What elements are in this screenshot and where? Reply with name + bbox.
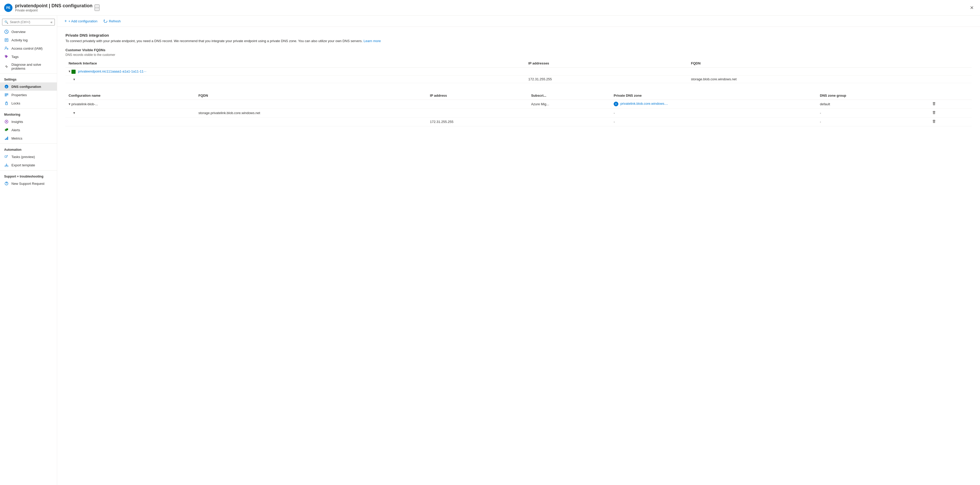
sidebar-label-overview: Overview [11,30,25,34]
dns-group-child-cell: - [817,108,928,117]
config-table-section: Configuration name FQDN IP address Subsc… [65,91,972,126]
metrics-icon [4,136,9,140]
table-row: ▾ 172.31.255.255 storage.blob.core.windo… [65,75,972,83]
sidebar-item-metrics[interactable]: Metrics [0,134,57,142]
private-dns-zone-grandchild-cell: - [611,117,817,126]
sidebar-item-iam[interactable]: Access control (IAM) [0,44,57,53]
fqdn-value-cell: storage.blob.core.windows.net [688,75,972,83]
table-row: ▾ storage.privatelink.blob.core.windows.… [65,108,972,117]
col-network-interface: Network Interface [65,59,525,68]
sidebar-item-export-template[interactable]: Export template [0,161,57,169]
svg-text:D: D [6,86,7,88]
add-icon: + [64,19,67,23]
col-fqdn: FQDN [196,91,427,100]
delete-row-button[interactable] [931,101,937,107]
delete-child-row-button[interactable] [931,110,937,116]
dns-zone-group-cell: default [817,99,928,108]
dns-integration-title: Private DNS integration [65,33,972,37]
svg-rect-16 [5,96,7,96]
content-area: + + Add configuration Refresh Private DN… [57,16,980,485]
activity-log-icon [4,38,9,42]
close-button[interactable]: ✕ [968,4,976,12]
col-dns-zone-group: DNS zone group [817,91,928,100]
config-table: Configuration name FQDN IP address Subsc… [65,91,972,126]
ip-addresses-cell [525,68,688,76]
ip-grandchild-cell: 172.31.255.255 [427,117,528,126]
fqdn-cell [688,68,972,76]
expand-child-button[interactable]: ▾ [73,111,75,115]
title-text: privatendpoint | DNS configuration Priva… [15,3,92,12]
svg-rect-14 [5,94,8,94]
dns-icon: D [4,84,9,89]
svg-rect-22 [5,139,6,140]
svg-rect-25 [5,156,7,158]
fqdn-grandchild-cell [196,117,427,126]
dns-zone-link[interactable]: privatelink.blob.core.windows.... [620,102,668,106]
sidebar-label-iam: Access control (IAM) [11,46,43,50]
nic-link[interactable]: privateendpoint.nic111aaaa1-a1a1-1a11-11… [78,69,146,73]
dns-avatar-icon: D [614,102,618,106]
nic-icon [72,70,76,74]
customer-fqdns-section: Customer Visible FQDNs DNS records visib… [65,48,972,83]
properties-icon [4,93,9,97]
sidebar-label-tags: Tags [11,55,18,59]
resource-avatar: PE [4,4,13,12]
expand-nic-button[interactable]: ▾ [68,69,70,73]
sidebar: 🔍 « Overview Activity log Access control… [0,16,57,485]
svg-rect-24 [7,137,8,140]
sidebar-item-new-support[interactable]: New Support Request [0,179,57,188]
sidebar-item-insights[interactable]: Insights [0,118,57,126]
svg-point-28 [6,185,7,185]
collapse-sidebar-button[interactable]: « [50,20,52,24]
more-options-button[interactable]: ··· [95,5,100,11]
section-settings-label: Settings [0,75,57,82]
sidebar-label-diagnose: Diagnose and solve problems [11,63,53,70]
customer-fqdns-subtitle: DNS records visible to the customer [65,53,972,57]
svg-point-7 [5,47,7,48]
title-bar: PE privatendpoint | DNS configuration Pr… [0,0,980,16]
fqdn-cell [196,99,427,108]
ip-child-cell [427,108,528,117]
sidebar-label-new-support: New Support Request [11,182,45,185]
sidebar-item-alerts[interactable]: Alerts [0,126,57,134]
refresh-icon [103,19,107,23]
learn-more-link[interactable]: Learn more [363,39,380,43]
search-box[interactable]: 🔍 « [2,19,55,26]
tags-icon [4,54,9,59]
expand-row-button[interactable]: ▾ [73,77,75,81]
section-monitoring-label: Monitoring [0,110,57,118]
refresh-button[interactable]: Refresh [103,18,122,24]
add-configuration-button[interactable]: + + Add configuration [64,18,99,24]
search-icon: 🔍 [5,20,8,24]
export-icon [4,163,9,168]
dns-integration-section: Private DNS integration To connect priva… [65,33,972,43]
sidebar-item-diagnose[interactable]: Diagnose and solve problems [0,61,57,72]
sidebar-item-overview[interactable]: Overview [0,27,57,36]
fqdn-child-cell: storage.privatelink.blob.core.windows.ne… [196,108,427,117]
search-input[interactable] [10,20,50,24]
sidebar-label-locks: Locks [11,101,20,105]
overview-icon [4,29,9,34]
col-subscription: Subscri... [528,91,611,100]
insights-icon [4,119,9,124]
alerts-icon [4,128,9,132]
sidebar-item-dns-config[interactable]: D DNS configuration [0,82,57,91]
sidebar-item-tags[interactable]: Tags [0,53,57,61]
locks-icon [4,101,9,105]
sidebar-label-export-template: Export template [11,163,35,167]
dns-integration-desc: To connect privately with your private e… [65,39,972,43]
diagnose-icon [4,64,9,69]
customer-fqdns-title: Customer Visible FQDNs [65,48,972,52]
sidebar-item-activity-log[interactable]: Activity log [0,36,57,44]
sidebar-label-metrics: Metrics [11,136,22,140]
expand-config-button[interactable]: ▾ [68,102,70,106]
subscription-child-cell [528,108,611,117]
sidebar-item-locks[interactable]: Locks [0,99,57,107]
sidebar-item-tasks[interactable]: Tasks (preview) [0,153,57,161]
delete-grandchild-row-button[interactable] [931,119,937,124]
customer-fqdns-table: Network Interface IP addresses FQDN ▾ pr… [65,59,972,83]
support-icon [4,181,9,186]
col-config-name: Configuration name [65,91,196,100]
ip-cell [427,99,528,108]
sidebar-item-properties[interactable]: Properties [0,91,57,99]
